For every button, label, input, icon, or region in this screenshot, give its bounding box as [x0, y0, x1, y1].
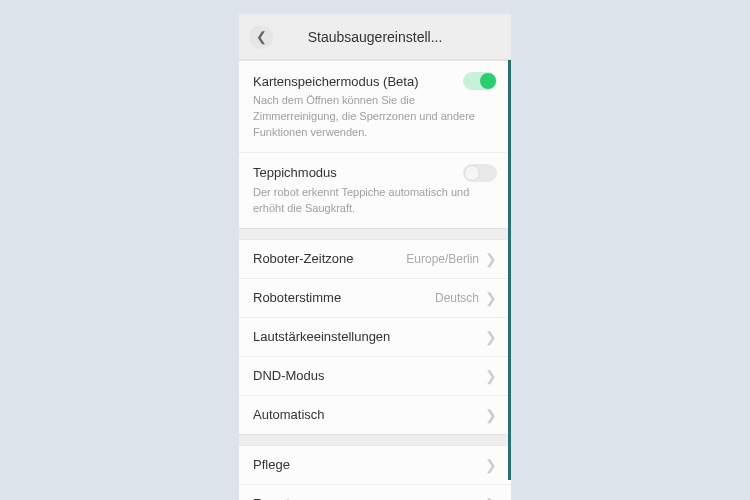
row-value: Deutsch — [435, 291, 479, 305]
row-voice[interactable]: Roboterstimme Deutsch ❯ — [239, 279, 511, 318]
chevron-left-icon: ❮ — [256, 29, 267, 44]
row-remote[interactable]: Fernsteuerungen ❯ — [239, 485, 511, 500]
row-label: Kartenspeichermodus (Beta) — [253, 74, 418, 89]
settings-screen: ❮ Staubsaugereinstell... Kartenspeicherm… — [239, 14, 511, 500]
row-description: Nach dem Öffnen können Sie die Zimmerrei… — [253, 93, 497, 141]
row-carpet-mode[interactable]: Teppichmodus Der robot erkennt Teppiche … — [239, 153, 511, 228]
scroll-view[interactable]: Kartenspeichermodus (Beta) Nach dem Öffn… — [239, 60, 511, 500]
row-label: Teppichmodus — [253, 165, 337, 180]
chevron-right-icon: ❯ — [485, 290, 497, 306]
toggle-carpet-mode[interactable] — [463, 164, 497, 182]
row-care[interactable]: Pflege ❯ — [239, 446, 511, 485]
chevron-right-icon: ❯ — [485, 407, 497, 423]
chevron-right-icon: ❯ — [485, 368, 497, 384]
page-title: Staubsaugereinstell... — [273, 29, 501, 45]
section-general: Roboter-Zeitzone Europe/Berlin ❯ Roboter… — [239, 239, 511, 435]
back-button[interactable]: ❮ — [249, 25, 273, 49]
scrollbar[interactable] — [508, 60, 511, 480]
section-gap — [239, 435, 511, 445]
row-label: Lautstärkeeinstellungen — [253, 329, 390, 344]
row-description: Der robot erkennt Teppiche automatisch u… — [253, 185, 497, 217]
row-dnd[interactable]: DND-Modus ❯ — [239, 357, 511, 396]
row-timezone[interactable]: Roboter-Zeitzone Europe/Berlin ❯ — [239, 240, 511, 279]
content-area: Kartenspeichermodus (Beta) Nach dem Öffn… — [239, 60, 511, 500]
row-label: Roboterstimme — [253, 290, 341, 305]
section-modes: Kartenspeichermodus (Beta) Nach dem Öffn… — [239, 60, 511, 229]
chevron-right-icon: ❯ — [485, 329, 497, 345]
chevron-right-icon: ❯ — [485, 457, 497, 473]
section-more: Pflege ❯ Fernsteuerungen ❯ — [239, 445, 511, 500]
row-automatic[interactable]: Automatisch ❯ — [239, 396, 511, 434]
row-map-save-mode[interactable]: Kartenspeichermodus (Beta) Nach dem Öffn… — [239, 61, 511, 153]
header-bar: ❮ Staubsaugereinstell... — [239, 14, 511, 60]
row-label: Roboter-Zeitzone — [253, 251, 353, 266]
row-volume[interactable]: Lautstärkeeinstellungen ❯ — [239, 318, 511, 357]
chevron-right-icon: ❯ — [485, 496, 497, 500]
toggle-map-save-mode[interactable] — [463, 72, 497, 90]
row-label: Automatisch — [253, 407, 325, 422]
row-label: Pflege — [253, 457, 290, 472]
chevron-right-icon: ❯ — [485, 251, 497, 267]
row-label: Fernsteuerungen — [253, 496, 352, 500]
section-gap — [239, 229, 511, 239]
row-value: Europe/Berlin — [406, 252, 479, 266]
row-label: DND-Modus — [253, 368, 325, 383]
